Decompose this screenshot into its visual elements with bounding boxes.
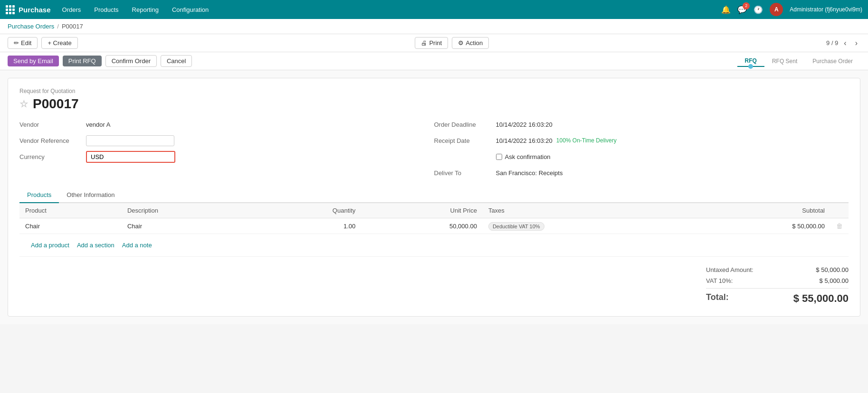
app-brand[interactable]: Purchase xyxy=(6,5,51,14)
add-product-link[interactable]: Add a product xyxy=(31,242,69,249)
cell-unit-price[interactable]: 50,000.00 xyxy=(361,218,483,234)
nav-configuration[interactable]: Configuration xyxy=(165,0,215,19)
vendor-ref-row: Vendor Reference xyxy=(19,133,434,148)
tab-products[interactable]: Products xyxy=(19,187,59,203)
ask-confirmation-checkbox[interactable] xyxy=(496,154,502,160)
edit-button[interactable]: ✏ Edit xyxy=(8,37,38,49)
tax-badge[interactable]: Deductible VAT 10% xyxy=(488,222,544,231)
currency-input[interactable] xyxy=(86,151,175,163)
vat-value: $ 5,000.00 xyxy=(801,277,849,284)
total-label: Total: xyxy=(706,292,729,305)
add-note-link[interactable]: Add a note xyxy=(122,242,152,249)
deliver-to-label: Deliver To xyxy=(434,169,496,177)
step-rfq[interactable]: RFQ xyxy=(737,56,764,67)
add-section-link[interactable]: Add a section xyxy=(77,242,114,249)
deliver-to-value[interactable]: San Francisco: Receipts xyxy=(496,169,563,177)
record-label: Request for Quotation xyxy=(19,88,849,94)
notification-icon[interactable]: 🔔 xyxy=(721,5,731,14)
cell-product[interactable]: Chair xyxy=(19,218,122,234)
untaxed-row: Untaxed Amount: $ 50,000.00 xyxy=(706,264,849,275)
record-id-row: ☆ P00017 xyxy=(19,96,849,112)
col-subtotal: Subtotal xyxy=(693,203,830,218)
left-fields: Vendor vendor A Vendor Reference Currenc… xyxy=(19,117,434,180)
cell-quantity[interactable]: 1.00 xyxy=(254,218,361,234)
untaxed-label: Untaxed Amount: xyxy=(706,266,754,273)
add-row-row: Add a product Add a section Add a note xyxy=(19,234,849,257)
action-button[interactable]: ⚙ Action xyxy=(452,37,489,49)
breadcrumb-parent[interactable]: Purchase Orders xyxy=(8,23,54,30)
cancel-button[interactable]: Cancel xyxy=(161,55,192,67)
vat-label: VAT 10%: xyxy=(706,277,733,284)
currency-label: Currency xyxy=(19,153,86,160)
cell-taxes: Deductible VAT 10% xyxy=(483,218,693,234)
chat-icon[interactable]: 💬 2 xyxy=(737,5,747,14)
ask-confirmation-field: Ask confirmation xyxy=(496,153,551,160)
currency-row: Currency xyxy=(19,150,434,164)
send-email-button[interactable]: Send by Email xyxy=(8,56,59,66)
vendor-ref-label: Vendor Reference xyxy=(19,137,86,144)
col-unit-price: Unit Price xyxy=(361,203,483,218)
clock-icon[interactable]: 🕐 xyxy=(754,5,763,14)
vendor-ref-input[interactable] xyxy=(86,135,174,146)
tabs: Products Other Information xyxy=(19,187,849,203)
vendor-value[interactable]: vendor A xyxy=(86,121,110,128)
avatar[interactable]: A xyxy=(770,3,783,16)
status-bar: Send by Email Print RFQ Confirm Order Ca… xyxy=(0,52,868,70)
print-rfq-button[interactable]: Print RFQ xyxy=(63,56,102,66)
vendor-label: Vendor xyxy=(19,121,86,128)
receipt-date-row: Receipt Date 10/14/2022 16:03:20 100% On… xyxy=(434,133,849,148)
breadcrumb-separator: / xyxy=(57,23,59,30)
ask-confirmation-row: Ask confirmation xyxy=(434,150,849,164)
products-table: Product Description Quantity Unit Price … xyxy=(19,203,849,257)
ask-confirmation-label: Ask confirmation xyxy=(505,153,551,160)
print-button[interactable]: 🖨 Print xyxy=(415,37,448,49)
navbar: Purchase Orders Products Reporting Confi… xyxy=(0,0,868,19)
create-button[interactable]: + Create xyxy=(41,37,77,49)
tab-other-info[interactable]: Other Information xyxy=(59,187,122,203)
print-icon: 🖨 xyxy=(421,39,427,47)
confirm-order-button[interactable]: Confirm Order xyxy=(105,55,157,67)
order-deadline-label: Order Deadline xyxy=(434,121,496,128)
edit-icon: ✏ xyxy=(14,39,19,47)
order-deadline-value[interactable]: 10/14/2022 16:03:20 xyxy=(496,121,553,128)
totals-section: Untaxed Amount: $ 50,000.00 VAT 10%: $ 5… xyxy=(19,264,849,307)
cell-delete[interactable]: 🗑 xyxy=(830,218,849,234)
app-name: Purchase xyxy=(19,6,51,14)
col-product: Product xyxy=(19,203,122,218)
form-fields: Vendor vendor A Vendor Reference Currenc… xyxy=(19,117,849,180)
col-taxes: Taxes xyxy=(483,203,693,218)
pagination: 9 / 9 ‹ › xyxy=(826,38,860,48)
add-row-actions: Add a product Add a section Add a note xyxy=(25,238,843,253)
table-header: Product Description Quantity Unit Price … xyxy=(19,203,849,218)
cell-description[interactable]: Chair xyxy=(122,218,254,234)
nav-products[interactable]: Products xyxy=(87,0,125,19)
delete-row-icon[interactable]: 🗑 xyxy=(836,222,843,230)
record-id: P00017 xyxy=(33,96,79,112)
navbar-nav: Orders Products Reporting Configuration xyxy=(56,0,722,19)
receipt-date-label: Receipt Date xyxy=(434,137,496,144)
total-row: Total: $ 55,000.00 xyxy=(706,288,849,307)
form-card: Request for Quotation ☆ P00017 Vendor ve… xyxy=(8,78,860,317)
col-quantity: Quantity xyxy=(254,203,361,218)
breadcrumb: Purchase Orders / P00017 xyxy=(0,19,868,34)
table-row: Chair Chair 1.00 50,000.00 Deductible VA… xyxy=(19,218,849,234)
navbar-right: 🔔 💬 2 🕐 A Administrator (fj6nyue0vi9m) xyxy=(721,3,862,16)
col-description: Description xyxy=(122,203,254,218)
on-time-badge: 100% On-Time Delivery xyxy=(556,137,617,144)
table-body: Chair Chair 1.00 50,000.00 Deductible VA… xyxy=(19,218,849,257)
step-purchase-order[interactable]: Purchase Order xyxy=(805,56,860,66)
user-name: Administrator (fj6nyue0vi9m) xyxy=(790,6,862,13)
prev-page-button[interactable]: ‹ xyxy=(841,38,849,48)
vat-row: VAT 10%: $ 5,000.00 xyxy=(706,275,849,286)
main-content: Request for Quotation ☆ P00017 Vendor ve… xyxy=(0,70,868,324)
next-page-button[interactable]: › xyxy=(852,38,860,48)
gear-icon: ⚙ xyxy=(458,39,464,47)
chat-badge: 2 xyxy=(743,2,750,9)
favorite-icon[interactable]: ☆ xyxy=(19,98,28,110)
deliver-to-row: Deliver To San Francisco: Receipts xyxy=(434,166,849,180)
action-bar: ✏ Edit + Create 🖨 Print ⚙ Action 9 / 9 ‹… xyxy=(0,34,868,52)
step-rfq-sent[interactable]: RFQ Sent xyxy=(764,56,805,66)
nav-orders[interactable]: Orders xyxy=(56,0,88,19)
receipt-date-value[interactable]: 10/14/2022 16:03:20 xyxy=(496,137,553,144)
nav-reporting[interactable]: Reporting xyxy=(125,0,165,19)
